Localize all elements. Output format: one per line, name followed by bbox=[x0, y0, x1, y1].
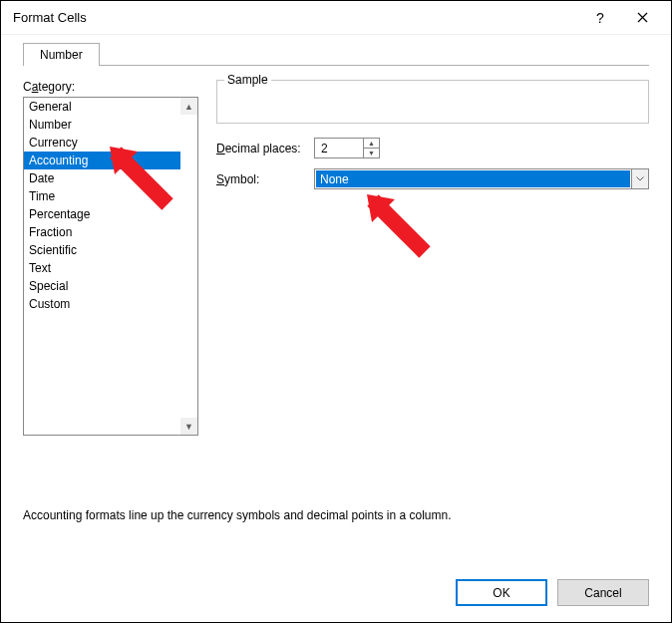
scroll-down-button[interactable]: ▼ bbox=[180, 418, 197, 435]
list-item-special[interactable]: Special bbox=[24, 277, 180, 295]
close-button[interactable] bbox=[621, 3, 663, 33]
tab-underline bbox=[23, 65, 649, 66]
list-item-scientific[interactable]: Scientific bbox=[24, 241, 180, 259]
cancel-button[interactable]: Cancel bbox=[557, 579, 649, 606]
list-item-custom[interactable]: Custom bbox=[24, 295, 180, 313]
decimal-value: 2 bbox=[321, 142, 328, 156]
list-item-fraction[interactable]: Fraction bbox=[24, 223, 180, 241]
decimal-label: Decimal places: bbox=[216, 142, 314, 156]
close-icon bbox=[637, 12, 648, 23]
symbol-value: None bbox=[316, 170, 630, 187]
list-item-text[interactable]: Text bbox=[24, 259, 180, 277]
sample-label: Sample bbox=[224, 73, 271, 87]
decimal-input[interactable]: 2 ▲ ▼ bbox=[314, 138, 380, 158]
list-item-currency[interactable]: Currency bbox=[24, 134, 180, 152]
symbol-label: Symbol: bbox=[216, 172, 314, 186]
list-item-time[interactable]: Time bbox=[24, 187, 180, 205]
category-label: Category: bbox=[23, 80, 198, 94]
symbol-combobox[interactable]: None bbox=[314, 168, 649, 189]
list-item-number[interactable]: Number bbox=[24, 116, 180, 134]
symbol-dropdown-button[interactable] bbox=[631, 169, 648, 188]
chevron-down-icon bbox=[636, 176, 644, 181]
titlebar: Format Cells ? bbox=[1, 1, 671, 35]
list-item-date[interactable]: Date bbox=[24, 169, 180, 187]
format-cells-dialog: Format Cells ? Number Category: ▲ Genera… bbox=[0, 0, 672, 623]
settings-column: Sample Decimal places: 2 ▲ ▼ Symbol: bbox=[216, 80, 649, 436]
category-column: Category: ▲ GeneralNumberCurrencyAccount… bbox=[23, 80, 198, 436]
number-panel: Category: ▲ GeneralNumberCurrencyAccount… bbox=[23, 66, 649, 436]
dialog-content: Number Category: ▲ GeneralNumberCurrency… bbox=[1, 35, 671, 450]
category-description: Accounting formats line up the currency … bbox=[23, 508, 452, 522]
list-item-general[interactable]: General bbox=[24, 98, 180, 116]
dialog-footer: OK Cancel bbox=[456, 579, 649, 606]
decimal-spin-down[interactable]: ▼ bbox=[364, 149, 379, 157]
tab-bar: Number bbox=[23, 43, 649, 66]
ok-button[interactable]: OK bbox=[456, 579, 547, 606]
category-listbox[interactable]: ▲ GeneralNumberCurrencyAccountingDateTim… bbox=[23, 97, 198, 436]
list-item-percentage[interactable]: Percentage bbox=[24, 205, 180, 223]
help-button[interactable]: ? bbox=[579, 3, 621, 33]
decimal-spinner: ▲ ▼ bbox=[363, 138, 380, 158]
dialog-title: Format Cells bbox=[13, 10, 579, 25]
list-item-accounting[interactable]: Accounting bbox=[24, 152, 180, 169]
decimal-row: Decimal places: 2 ▲ ▼ bbox=[216, 138, 649, 158]
scroll-up-button[interactable]: ▲ bbox=[180, 98, 197, 115]
symbol-row: Symbol: None bbox=[216, 168, 649, 189]
sample-box: Sample bbox=[216, 80, 649, 124]
decimal-spin-up[interactable]: ▲ bbox=[364, 139, 379, 149]
category-items: GeneralNumberCurrencyAccountingDateTimeP… bbox=[24, 98, 180, 313]
tab-number[interactable]: Number bbox=[23, 43, 100, 66]
